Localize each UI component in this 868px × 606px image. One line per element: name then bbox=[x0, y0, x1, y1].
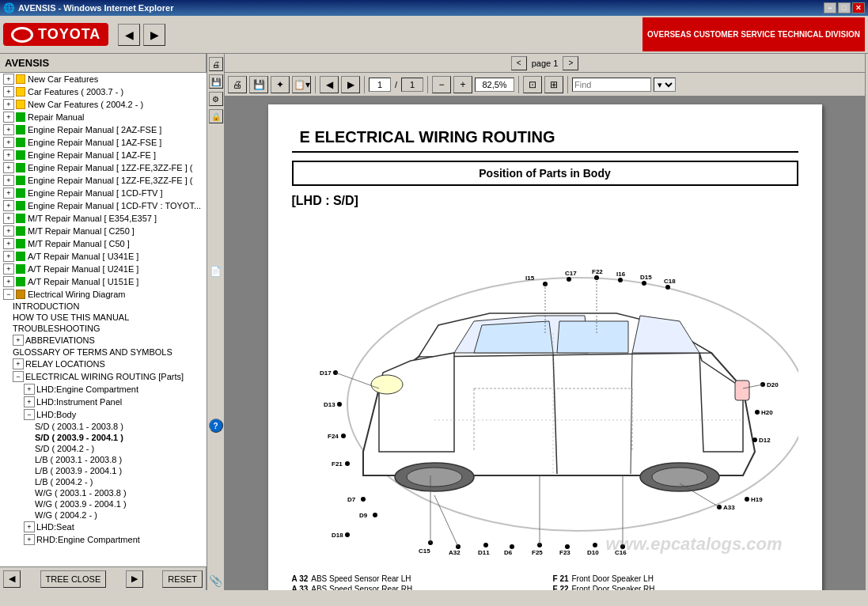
pdf-viewer[interactable]: E ELECTRICAL WIRING ROUTING Position of … bbox=[225, 97, 865, 590]
sidebar-item-new-car-features-2004[interactable]: + New Car Features ( 2004.2 - ) bbox=[0, 98, 207, 111]
sidebar-item-introduction[interactable]: INTRODUCTION bbox=[0, 301, 207, 312]
expand-icon[interactable]: + bbox=[13, 358, 24, 369]
zoom-out-button[interactable]: − bbox=[432, 76, 451, 93]
find-options-select[interactable]: ▾ bbox=[654, 78, 676, 92]
expand-icon[interactable]: + bbox=[3, 238, 14, 249]
settings-icon[interactable]: ⚙ bbox=[209, 92, 223, 106]
sidebar-next-button[interactable]: ▶ bbox=[126, 570, 143, 588]
expand-icon[interactable]: + bbox=[3, 150, 14, 161]
tree-close-button[interactable]: TREE CLOSE bbox=[40, 570, 107, 588]
save-icon[interactable]: 💾 bbox=[209, 74, 223, 89]
options-pdf-button[interactable]: 📋▾ bbox=[292, 76, 311, 93]
expand-icon[interactable]: + bbox=[3, 99, 14, 110]
sidebar-item-mt-c50[interactable]: + M/T Repair Manual [ C50 ] bbox=[0, 237, 207, 250]
expand-icon[interactable]: + bbox=[3, 251, 14, 262]
sidebar-item-relay-locations[interactable]: + RELAY LOCATIONS bbox=[0, 358, 207, 370]
svg-text:D11: D11 bbox=[478, 549, 490, 556]
expand-icon[interactable]: + bbox=[3, 112, 14, 123]
expand-icon[interactable]: + bbox=[3, 74, 14, 85]
maximize-button[interactable]: □ bbox=[838, 2, 851, 13]
prev-page-button[interactable]: < bbox=[511, 56, 527, 70]
expand-icon[interactable]: + bbox=[3, 124, 14, 135]
minimize-button[interactable]: − bbox=[824, 2, 836, 13]
sidebar-item-lhd-seat[interactable]: + LHD:Seat bbox=[0, 521, 207, 533]
sidebar-item-glossary[interactable]: GLOSSARY OF TERMS AND SYMBOLS bbox=[0, 347, 207, 358]
print-pdf-button[interactable]: 🖨 bbox=[228, 76, 247, 93]
sidebar-item-sd-2003-9[interactable]: S/D ( 2003.9 - 2004.1 ) bbox=[0, 432, 207, 443]
sidebar-item-troubleshooting[interactable]: TROUBLESHOOTING bbox=[0, 323, 207, 334]
next-page-button[interactable]: > bbox=[563, 56, 578, 70]
sidebar-item-sd-2003-1[interactable]: S/D ( 2003.1 - 2003.8 ) bbox=[0, 421, 207, 432]
sidebar-prev-button[interactable]: ◀ bbox=[3, 570, 21, 588]
sidebar-item-lb-2003-1[interactable]: L/B ( 2003.1 - 2003.8 ) bbox=[0, 454, 207, 465]
expand-icon[interactable]: + bbox=[3, 263, 14, 275]
expand-icon[interactable]: − bbox=[13, 371, 24, 382]
sidebar-item-engine-1cd-toyota[interactable]: + Engine Repair Manual [ 1CD-FTV : TOYOT… bbox=[0, 199, 207, 212]
sidebar-item-engine-1az-fse[interactable]: + Engine Repair Manual [ 1AZ-FSE ] bbox=[0, 136, 207, 149]
expand-icon[interactable]: + bbox=[24, 534, 35, 545]
sidebar-item-lhd-body[interactable]: − LHD:Body bbox=[0, 408, 207, 421]
expand-icon[interactable]: + bbox=[13, 335, 24, 346]
sidebar-item-lhd-engine[interactable]: + LHD:Engine Compartment bbox=[0, 383, 207, 396]
sidebar-item-engine-1zz-1[interactable]: + Engine Repair Manual [ 1ZZ-FE,3ZZ-FE ]… bbox=[0, 161, 207, 174]
sidebar-item-engine-1cd[interactable]: + Engine Repair Manual [ 1CD-FTV ] bbox=[0, 187, 207, 199]
close-button[interactable]: ✕ bbox=[852, 2, 865, 13]
sidebar-item-wg-2003-9[interactable]: W/G ( 2003.9 - 2004.1 ) bbox=[0, 498, 207, 509]
forward-button[interactable]: ▶ bbox=[143, 24, 165, 46]
expand-icon[interactable]: − bbox=[24, 409, 35, 420]
sidebar-item-mt-c250[interactable]: + M/T Repair Manual [ C250 ] bbox=[0, 225, 207, 237]
print-icon[interactable]: 🖨 bbox=[209, 57, 223, 71]
expand-icon[interactable]: + bbox=[3, 86, 14, 97]
sidebar-item-sd-2004-2[interactable]: S/D ( 2004.2 - ) bbox=[0, 443, 207, 454]
expand-icon[interactable]: + bbox=[3, 276, 14, 287]
sidebar-item-engine-1az-fe[interactable]: + Engine Repair Manual [ 1AZ-FE ] bbox=[0, 149, 207, 161]
sidebar-item-wg-2003-1[interactable]: W/G ( 2003.1 - 2003.8 ) bbox=[0, 487, 207, 498]
sidebar-item-rhd-engine[interactable]: + RHD:Engine Compartment bbox=[0, 533, 207, 546]
expand-icon[interactable]: + bbox=[3, 162, 14, 173]
expand-icon[interactable]: + bbox=[24, 384, 35, 395]
sidebar-item-engine-2az[interactable]: + Engine Repair Manual [ 2AZ-FSE ] bbox=[0, 123, 207, 136]
sidebar-item-car-features-2003[interactable]: + Car Features ( 2003.7 - ) bbox=[0, 85, 207, 98]
svg-text:C15: C15 bbox=[419, 547, 430, 555]
sidebar-item-lb-2003-9[interactable]: L/B ( 2003.9 - 2004.1 ) bbox=[0, 465, 207, 476]
sidebar-item-new-car-features[interactable]: + New Car Features bbox=[0, 73, 207, 85]
reset-button[interactable]: RESET bbox=[162, 570, 203, 588]
save-pdf-button[interactable]: 💾 bbox=[249, 76, 268, 93]
expand-icon[interactable]: + bbox=[3, 137, 14, 148]
sidebar-item-at-u341e[interactable]: + A/T Repair Manual [ U341E ] bbox=[0, 250, 207, 263]
sidebar-item-at-u241e[interactable]: + A/T Repair Manual [ U241E ] bbox=[0, 263, 207, 275]
sidebar-item-lhd-instrument[interactable]: + LHD:Instrument Panel bbox=[0, 396, 207, 408]
sidebar-item-how-to-use[interactable]: HOW TO USE THIS MANUAL bbox=[0, 312, 207, 323]
sidebar-item-at-u151e[interactable]: + A/T Repair Manual [ U151E ] bbox=[0, 275, 207, 288]
sidebar-item-abbreviations[interactable]: + ABBREVIATIONS bbox=[0, 334, 207, 347]
fwd-pdf-button[interactable]: ▶ bbox=[341, 76, 360, 93]
zoom-in-button[interactable]: + bbox=[453, 76, 472, 93]
expand-icon[interactable]: + bbox=[24, 521, 35, 532]
find-input[interactable] bbox=[572, 78, 651, 92]
expand-icon[interactable]: + bbox=[3, 187, 14, 199]
sidebar-item-lb-2004-2[interactable]: L/B ( 2004.2 - ) bbox=[0, 476, 207, 487]
expand-icon[interactable]: − bbox=[3, 289, 14, 300]
sidebar-item-mt-e354[interactable]: + M/T Repair Manual [ E354,E357 ] bbox=[0, 212, 207, 225]
help-icon[interactable]: ? bbox=[209, 419, 223, 433]
fit-page-button[interactable]: ⊡ bbox=[523, 76, 542, 93]
tree-sidebar[interactable]: + New Car Features + Car Features ( 2003… bbox=[0, 73, 207, 566]
back-button[interactable]: ◀ bbox=[118, 24, 140, 46]
share-pdf-button[interactable]: ✦ bbox=[271, 76, 290, 93]
page-number-input[interactable] bbox=[369, 78, 391, 92]
sidebar-item-engine-1zz-2[interactable]: + Engine Repair Manual [ 1ZZ-FE,3ZZ-FE ]… bbox=[0, 174, 207, 187]
expand-icon[interactable]: + bbox=[3, 225, 14, 237]
svg-text:C18: C18 bbox=[664, 278, 676, 285]
expand-icon[interactable]: + bbox=[3, 200, 14, 211]
expand-icon[interactable]: + bbox=[3, 175, 14, 186]
expand-icon[interactable]: + bbox=[24, 396, 35, 407]
sidebar-item-wiring-routing[interactable]: − ELECTRICAL WIRING ROUTING [Parts] bbox=[0, 370, 207, 383]
sidebar-item-electrical-wiring[interactable]: − Electrical Wiring Diagram bbox=[0, 288, 207, 301]
sidebar-item-wg-2004-2[interactable]: W/G ( 2004.2 - ) bbox=[0, 509, 207, 521]
lock-icon[interactable]: 🔒 bbox=[209, 109, 223, 123]
back-pdf-button[interactable]: ◀ bbox=[320, 76, 339, 93]
expand-icon[interactable]: + bbox=[3, 213, 14, 224]
sidebar-item-repair-manual[interactable]: + Repair Manual bbox=[0, 111, 207, 123]
zoom-input[interactable] bbox=[475, 78, 514, 92]
fit-width-button[interactable]: ⊞ bbox=[544, 76, 563, 93]
